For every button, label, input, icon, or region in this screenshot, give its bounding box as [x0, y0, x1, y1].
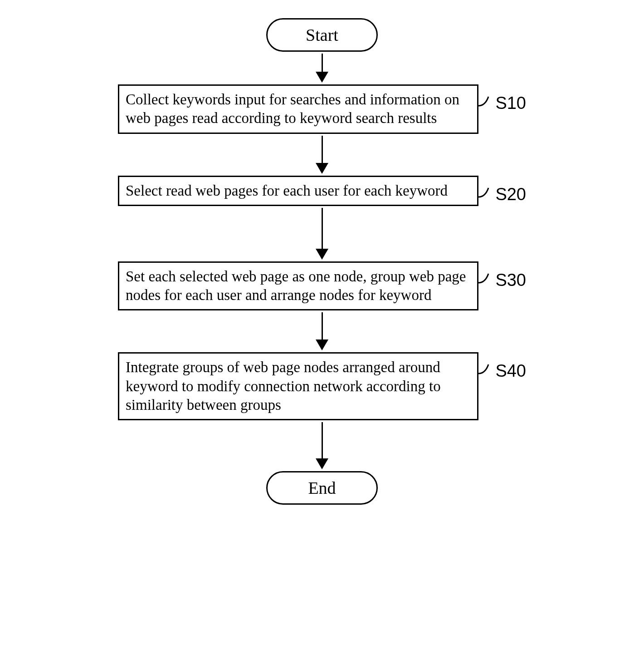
process-step-s40: Integrate groups of web page nodes arran…	[118, 352, 526, 420]
start-terminator: Start	[266, 18, 378, 52]
process-box: Integrate groups of web page nodes arran…	[118, 352, 478, 420]
process-box: Select read web pages for each user for …	[118, 176, 478, 206]
step-label: S30	[495, 271, 526, 290]
arrow	[316, 208, 328, 260]
connector-curve	[478, 271, 492, 285]
process-step-s10: Collect keywords input for searches and …	[118, 84, 526, 134]
process-box: Set each selected web page as one node, …	[118, 261, 478, 311]
connector-curve	[478, 186, 492, 199]
end-terminator: End	[266, 471, 378, 505]
arrow	[316, 422, 328, 469]
step-label: S10	[495, 93, 526, 113]
arrow	[316, 312, 328, 350]
arrow	[316, 54, 328, 83]
connector-curve	[478, 362, 492, 376]
step-label: S40	[495, 361, 526, 381]
connector-curve	[478, 94, 492, 108]
process-box: Collect keywords input for searches and …	[118, 84, 478, 134]
process-step-s30: Set each selected web page as one node, …	[118, 261, 526, 311]
flowchart-container: Start Collect keywords input for searche…	[118, 18, 526, 505]
arrow	[316, 136, 328, 174]
step-label: S20	[495, 185, 526, 204]
process-step-s20: Select read web pages for each user for …	[118, 176, 526, 206]
